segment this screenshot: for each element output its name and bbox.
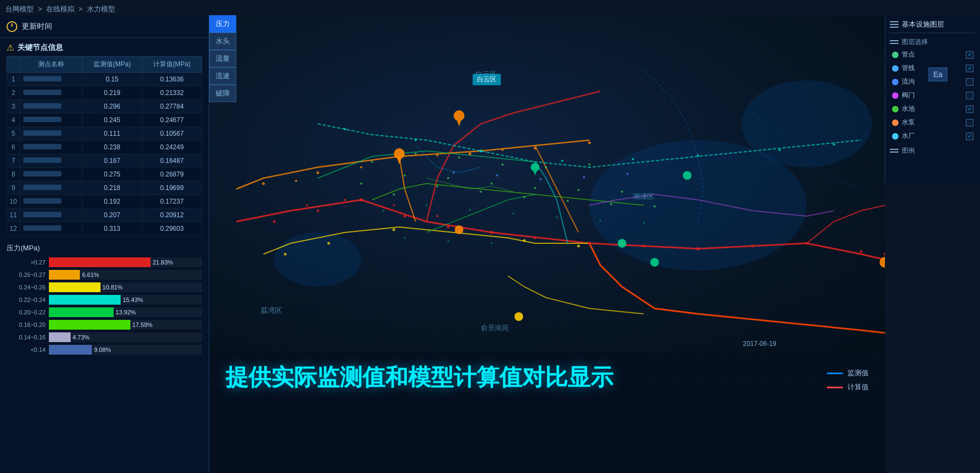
svg-point-92 bbox=[514, 312, 523, 321]
layer-item-5[interactable]: 水泵 bbox=[890, 117, 976, 128]
layer-checkbox[interactable] bbox=[966, 92, 973, 99]
svg-point-89 bbox=[650, 258, 659, 267]
row-calculated: 0.13636 bbox=[142, 73, 202, 86]
svg-point-79 bbox=[583, 176, 585, 178]
bar-fill bbox=[49, 307, 114, 317]
row-name bbox=[20, 100, 83, 113]
layer-checkbox[interactable] bbox=[966, 51, 973, 59]
breadcrumb: 台网模型 > 在线模拟 > 水力模型 bbox=[5, 4, 115, 14]
bar-label: 0.16~0.20 bbox=[7, 321, 46, 328]
svg-point-78 bbox=[539, 178, 542, 180]
legend-section-header: 图例 bbox=[890, 146, 976, 155]
svg-point-31 bbox=[284, 253, 287, 256]
svg-point-49 bbox=[501, 163, 504, 166]
svg-point-36 bbox=[577, 245, 580, 248]
layer-checkbox[interactable] bbox=[966, 119, 973, 127]
layer-item-label: 流沟 bbox=[902, 77, 915, 86]
bar-value: 17.59% bbox=[133, 321, 229, 328]
row-id: 12 bbox=[7, 222, 20, 236]
row-calculated: 0.26879 bbox=[142, 168, 202, 181]
bar-row: 0.14~0.16 4.73% bbox=[7, 332, 202, 342]
bar-row: >0.27 21.83% bbox=[7, 257, 202, 267]
bar-row: 0.20~0.22 13.92% bbox=[7, 307, 202, 317]
svg-point-15 bbox=[860, 250, 863, 253]
svg-point-52 bbox=[393, 193, 395, 195]
bar-row: 0.24~0.26 10.81% bbox=[7, 282, 202, 292]
table-row: 2 0.219 0.21332 bbox=[7, 86, 202, 100]
breadcrumb-item-1[interactable]: 台网模型 bbox=[5, 5, 34, 13]
bar-fill bbox=[49, 270, 80, 280]
layer-item-0[interactable]: 管点 bbox=[890, 49, 976, 60]
map-tab-2[interactable]: 流量 bbox=[209, 50, 236, 67]
nodes-table: 测点名称 监测值(MPa) 计算值(MPa) 1 0.15 0.13636 2 … bbox=[7, 56, 202, 236]
map-tab-3[interactable]: 流速 bbox=[209, 67, 236, 85]
bar-fill bbox=[49, 282, 100, 292]
row-measured: 0.313 bbox=[82, 222, 142, 236]
svg-point-58 bbox=[654, 205, 656, 207]
layer-checkbox[interactable] bbox=[966, 78, 973, 86]
layer-selection-header: 图层选择 bbox=[890, 37, 976, 47]
bar-label: 0.24~0.26 bbox=[7, 284, 46, 291]
row-calculated: 0.16487 bbox=[142, 154, 202, 168]
row-name bbox=[20, 168, 83, 181]
layer-item-4[interactable]: 水池 bbox=[890, 103, 976, 115]
layer-item-3[interactable]: 阀门 bbox=[890, 90, 976, 101]
bar-label: 0.22~0.24 bbox=[7, 297, 46, 303]
row-measured: 0.207 bbox=[82, 209, 142, 222]
breadcrumb-item-3[interactable]: 水力模型 bbox=[87, 5, 115, 13]
map-tab-4[interactable]: 破障 bbox=[209, 85, 236, 102]
table-row: 6 0.238 0.24249 bbox=[7, 141, 202, 154]
svg-point-56 bbox=[567, 200, 569, 202]
map-tab-0[interactable]: 压力 bbox=[209, 15, 236, 33]
bar-container: 4.73% bbox=[49, 332, 202, 342]
legend-item-calculated: 计算值 bbox=[827, 382, 869, 392]
row-calculated: 0.24249 bbox=[142, 141, 202, 154]
row-calculated: 0.29603 bbox=[142, 222, 202, 236]
key-nodes-section: ⚠ 关键节点信息 测点名称 监测值(MPa) 计算值(MPa) 1 0.15 0… bbox=[0, 38, 209, 238]
bar-fill bbox=[49, 257, 150, 267]
bottom-overlay: 提供实际监测值和模型计算值对比显示 监测值 计算值 bbox=[209, 352, 885, 473]
ea-badge: Ea bbox=[928, 67, 947, 81]
layer-dot bbox=[892, 92, 899, 99]
layer-item-6[interactable]: 水厂 bbox=[890, 130, 976, 142]
layer-items-list: 管点 管线 流沟 阀门 水池 bbox=[890, 49, 976, 142]
svg-point-88 bbox=[618, 239, 626, 248]
legend-section: 图例 bbox=[890, 146, 976, 155]
bar-container: 15.43% bbox=[49, 295, 202, 305]
row-name bbox=[20, 222, 83, 236]
layer-dot bbox=[892, 79, 899, 85]
svg-point-33 bbox=[393, 229, 395, 231]
layer-checkbox[interactable] bbox=[966, 65, 973, 72]
clock-icon bbox=[7, 21, 17, 32]
breadcrumb-item-2[interactable]: 在线模拟 bbox=[46, 5, 74, 13]
layer-checkbox[interactable] bbox=[966, 133, 973, 140]
row-id: 10 bbox=[7, 195, 20, 209]
row-measured: 0.245 bbox=[82, 113, 142, 127]
layer-item-label: 水泵 bbox=[902, 118, 915, 127]
svg-point-66 bbox=[382, 210, 384, 212]
layer-item-left: 水池 bbox=[892, 104, 915, 113]
row-calculated: 0.24677 bbox=[142, 113, 202, 127]
map-area[interactable]: 白云区 潮浦区 荔湾区 俞景南苑 白云区 2017-06-19 bbox=[209, 15, 885, 352]
row-measured: 0.167 bbox=[82, 154, 142, 168]
map-tab-1[interactable]: 水头 bbox=[209, 33, 236, 50]
svg-point-41 bbox=[561, 160, 563, 162]
legend-item-measured: 监测值 bbox=[827, 368, 869, 378]
svg-point-8 bbox=[490, 231, 493, 234]
area-label-chaopuqu: 潮浦区 bbox=[633, 192, 654, 201]
layer-dot bbox=[892, 133, 899, 140]
svg-point-4 bbox=[317, 210, 319, 212]
svg-point-2 bbox=[274, 232, 361, 287]
hamburger-line-1 bbox=[890, 21, 899, 22]
layer-checkbox[interactable] bbox=[966, 105, 973, 113]
layer-panel-header: 基本设施图层 bbox=[890, 20, 976, 33]
table-row: 10 0.192 0.17237 bbox=[7, 195, 202, 209]
legend-label: 图例 bbox=[902, 146, 915, 155]
baiyun-badge: 白云区 bbox=[473, 74, 501, 85]
svg-point-26 bbox=[588, 142, 591, 144]
row-name bbox=[20, 209, 83, 222]
bar-container: 13.92% bbox=[49, 307, 202, 317]
svg-point-16 bbox=[884, 253, 885, 256]
legend-line-measured bbox=[827, 373, 843, 374]
svg-point-71 bbox=[600, 220, 601, 222]
